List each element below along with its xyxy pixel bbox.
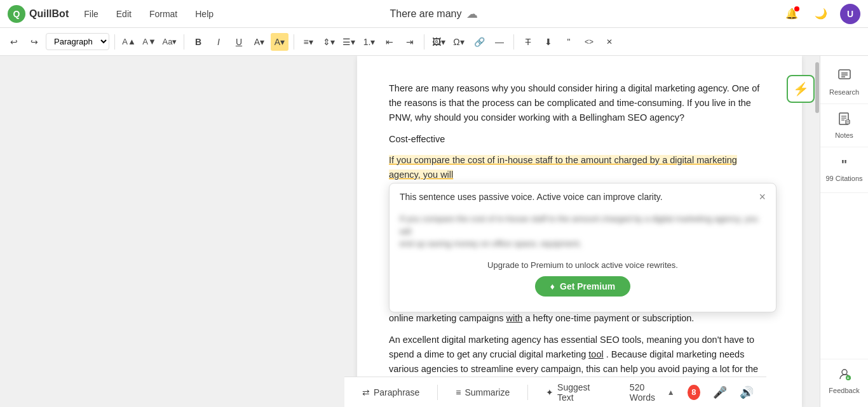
notes-icon bbox=[837, 112, 851, 129]
blockquote-button[interactable]: " bbox=[560, 33, 578, 51]
svg-rect-0 bbox=[839, 70, 850, 79]
svg-text:+: + bbox=[846, 376, 849, 380]
unordered-list-button[interactable]: ☰▾ bbox=[340, 33, 358, 51]
font-size-decrease-button[interactable]: A▼ bbox=[140, 33, 158, 51]
document-paper[interactable]: ⚡ There are many reasons why you should … bbox=[357, 56, 802, 407]
redo-button[interactable]: ↪ bbox=[25, 33, 43, 51]
scrollbar[interactable] bbox=[815, 56, 820, 407]
sidebar-item-feedback[interactable]: + Feedback bbox=[820, 359, 868, 402]
document-title[interactable]: There are many bbox=[390, 8, 462, 20]
logo-area: Q QuillBot bbox=[8, 5, 69, 23]
app-name: QuillBot bbox=[29, 8, 69, 20]
word-count[interactable]: 520 Words ▲ bbox=[630, 382, 675, 403]
suggest-text-button[interactable]: ✦ Suggest Text bbox=[541, 380, 604, 405]
word-count-caret-icon: ▲ bbox=[667, 388, 675, 397]
bottom-sep-1 bbox=[437, 385, 438, 400]
suggest-text-label: Suggest Text bbox=[557, 382, 599, 403]
cost-effective-heading: Cost-effective bbox=[389, 132, 770, 147]
quillbot-logo-icon[interactable]: Q bbox=[8, 5, 25, 23]
get-premium-button[interactable]: ♦ Get Premium bbox=[535, 276, 630, 297]
summarize-icon: ≡ bbox=[456, 387, 461, 397]
dark-mode-icon[interactable]: 🌙 bbox=[811, 4, 831, 24]
notification-bell-icon[interactable]: 🔔 bbox=[782, 4, 802, 24]
upgrade-overlay: Upgrade to Premium to unlock active voic… bbox=[400, 255, 766, 302]
avatar[interactable]: U bbox=[840, 4, 860, 24]
font-size-increase-button[interactable]: A▲ bbox=[120, 33, 138, 51]
word-count-value: 520 Words bbox=[630, 382, 665, 403]
menu-file[interactable]: File bbox=[81, 8, 101, 20]
underline-button[interactable]: U bbox=[230, 33, 248, 51]
sidebar-item-research[interactable]: Research bbox=[820, 61, 868, 104]
clear-format-button[interactable]: ✕ bbox=[600, 33, 618, 51]
toolbar-sep-1 bbox=[114, 34, 115, 50]
paper-content[interactable]: There are many reasons why you should co… bbox=[389, 81, 770, 182]
indent-button[interactable]: ⇥ bbox=[401, 33, 419, 51]
top-right-icons: 🔔 🌙 U bbox=[782, 4, 860, 24]
popup-close-button[interactable]: × bbox=[759, 191, 766, 203]
paragraph-1: There are many reasons why you should co… bbox=[389, 81, 770, 126]
code-button[interactable]: <> bbox=[580, 33, 598, 51]
top-bar: Q QuillBot File Edit Format Help There a… bbox=[0, 0, 868, 28]
bottom-sep-2 bbox=[527, 385, 528, 400]
toolbar-sep-2 bbox=[184, 34, 184, 50]
summarize-button[interactable]: ≡ Summarize bbox=[451, 385, 515, 400]
paraphrase-label: Paraphrase bbox=[374, 387, 419, 397]
citations-icon: " bbox=[841, 157, 847, 172]
highlighted-sentence-paragraph: If you compare the cost of in-house staf… bbox=[389, 153, 770, 182]
upgrade-text: Upgrade to Premium to unlock active voic… bbox=[487, 260, 678, 270]
toolbar-sep-3 bbox=[294, 34, 294, 50]
align-button[interactable]: ≡▾ bbox=[299, 33, 317, 51]
menu-format[interactable]: Format bbox=[147, 8, 180, 20]
right-sidebar: Research Notes " 99 Citations bbox=[820, 56, 868, 407]
scrollbar-thumb[interactable] bbox=[815, 62, 819, 113]
error-count-badge[interactable]: 8 bbox=[688, 385, 700, 400]
notification-dot bbox=[794, 6, 799, 11]
insert-link-button[interactable]: 🔗 bbox=[470, 33, 488, 51]
sidebar-item-citations[interactable]: " 99 Citations bbox=[820, 147, 868, 193]
cloud-sync-icon: ☁ bbox=[466, 7, 478, 21]
notes-label: Notes bbox=[835, 131, 853, 139]
toolbar-sep-5 bbox=[513, 34, 514, 50]
bottom-action-bar: ⇄ Paraphrase ≡ Summarize ✦ Suggest Text … bbox=[344, 377, 766, 407]
insert-image-button[interactable]: 🖼▾ bbox=[430, 33, 447, 51]
sidebar-item-notes[interactable]: Notes bbox=[820, 104, 868, 147]
ordered-list-button[interactable]: 1.▾ bbox=[360, 33, 378, 51]
toolbar-sep-4 bbox=[424, 34, 424, 50]
left-spacer bbox=[0, 56, 344, 407]
popup-body: If you compare the cost of in-house staf… bbox=[390, 208, 776, 312]
horizontal-rule-button[interactable]: — bbox=[491, 33, 508, 51]
outdent-button[interactable]: ⇤ bbox=[381, 33, 398, 51]
popup-warning-text: This sentence uses passive voice. Active… bbox=[400, 192, 663, 202]
bold-button[interactable]: B bbox=[189, 33, 207, 51]
passive-voice-popup: This sentence uses passive voice. Active… bbox=[389, 183, 776, 312]
font-color-button[interactable]: A▾ bbox=[250, 33, 268, 51]
menu-help[interactable]: Help bbox=[193, 8, 216, 20]
highlighted-sentence: If you compare the cost of in-house staf… bbox=[389, 155, 737, 180]
blurred-preview-text: If you compare the cost of in-house staf… bbox=[400, 213, 766, 250]
line-spacing-button[interactable]: ⇕▾ bbox=[320, 33, 337, 51]
speaker-icon[interactable]: 🔊 bbox=[740, 385, 754, 399]
strikethrough-button[interactable]: T bbox=[519, 33, 537, 51]
paragraph-style-select[interactable]: Paragraph Heading 1 Heading 2 bbox=[46, 33, 109, 50]
paraphrase-button[interactable]: ⇄ Paraphrase bbox=[357, 385, 424, 400]
special-char-button[interactable]: Ω▾ bbox=[450, 33, 468, 51]
feedback-icon: + bbox=[837, 367, 851, 384]
feedback-label: Feedback bbox=[829, 387, 859, 394]
microphone-icon[interactable]: 🎤 bbox=[713, 385, 727, 399]
editor-wrapper: ⚡ There are many reasons why you should … bbox=[344, 56, 815, 407]
lightning-action-button[interactable]: ⚡ bbox=[787, 75, 815, 103]
menu-bar: File Edit Format Help bbox=[81, 8, 216, 20]
text-transform-button[interactable]: Aa▾ bbox=[161, 33, 179, 51]
diamond-icon: ♦ bbox=[550, 281, 555, 291]
download-button[interactable]: ⬇ bbox=[539, 33, 557, 51]
paraphrase-icon: ⇄ bbox=[362, 387, 370, 397]
svg-point-10 bbox=[842, 370, 847, 375]
menu-edit[interactable]: Edit bbox=[114, 8, 134, 20]
research-icon bbox=[837, 69, 851, 86]
citations-label: 99 Citations bbox=[825, 175, 862, 182]
italic-button[interactable]: I bbox=[210, 33, 227, 51]
undo-button[interactable]: ↩ bbox=[5, 33, 23, 51]
document-title-area: There are many ☁ bbox=[390, 7, 478, 21]
formatting-toolbar: ↩ ↪ Paragraph Heading 1 Heading 2 A▲ A▼ … bbox=[0, 28, 868, 56]
highlight-button[interactable]: A▾ bbox=[271, 33, 288, 51]
